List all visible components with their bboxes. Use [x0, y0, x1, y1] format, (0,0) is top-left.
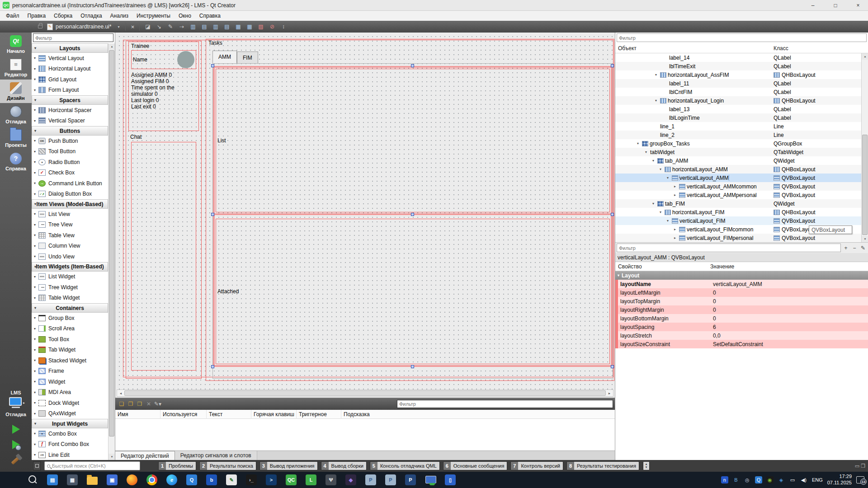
property-value[interactable]: 6 — [710, 324, 868, 330]
object-tree-row[interactable]: ▾ tab_FIM QWidget — [615, 199, 868, 208]
trainee-group-box[interactable]: Trainee Name Assigned AMM 0 — [128, 42, 199, 131]
scroll-up-icon[interactable]: ▴ — [862, 53, 868, 60]
menu-item[interactable]: Инструменты — [132, 11, 175, 21]
widget-box-row[interactable]: ▾ MDI Area — [32, 387, 108, 398]
widget-box-row[interactable]: ▾ Group Box — [32, 313, 108, 324]
widget-box-filter-input[interactable] — [33, 33, 113, 42]
expander-icon[interactable]: ▸ — [672, 236, 678, 240]
class-column-header[interactable]: Класс — [774, 45, 788, 52]
output-panel-button[interactable]: 6 Основные сообщения — [443, 461, 508, 470]
output-panel-button[interactable]: 5 Консоль отладчика QML — [370, 461, 440, 470]
value-column-header[interactable]: Значение — [710, 263, 734, 270]
widget-box-row[interactable]: ▾ Containers — [32, 303, 108, 313]
expander-icon[interactable]: ▾ — [653, 73, 659, 77]
object-tree-row[interactable]: ▾ tabWidget QTabWidget — [615, 148, 868, 156]
postgresql-icon[interactable]: P — [361, 472, 381, 488]
notepad-tray-icon[interactable]: n — [721, 476, 728, 483]
qt-creator-icon[interactable]: QC — [281, 472, 301, 488]
trainee-row[interactable]: Last login 0 — [131, 97, 196, 103]
mode-button[interactable]: Отладка — [0, 103, 32, 127]
firefox-icon[interactable] — [122, 472, 142, 488]
form-editor-canvas[interactable]: Trainee Name Assigned AMM 0 — [115, 33, 615, 398]
expander-icon[interactable]: ▾ — [653, 99, 659, 103]
horizontal-scrollbar[interactable]: ◂ ▸ — [117, 389, 613, 397]
bluetooth-icon[interactable]: B — [732, 476, 740, 483]
object-tree-row[interactable]: ▾ verticalLayout_FIM QVBoxLayout — [615, 216, 868, 225]
edit-signals-slots-icon[interactable]: ↘ — [154, 22, 164, 31]
object-tree-row[interactable]: label_13 QLabel — [615, 105, 868, 113]
widget-box-row[interactable]: ▾ Undo View — [32, 251, 108, 262]
scrollbar-thumb[interactable] — [109, 50, 114, 436]
mode-button[interactable]: Дизайн — [0, 80, 32, 103]
scroll-down-icon[interactable]: ▾ — [862, 236, 868, 242]
property-value[interactable]: SetDefaultConstraint — [710, 341, 868, 347]
widget-box-row[interactable]: ▾ Column View — [32, 241, 108, 252]
widget-box-row[interactable]: ▾ Item Widgets (Item-Based) — [32, 262, 108, 272]
object-tree-row[interactable]: ▾ horizontalLayout_Login QHBoxLayout — [615, 96, 868, 105]
property-value[interactable]: 0 — [710, 315, 868, 322]
nvidia-icon[interactable]: ◉ — [766, 476, 774, 483]
delete-action-icon[interactable]: ✕ — [144, 399, 153, 408]
maximize-button[interactable]: □ — [826, 0, 845, 10]
widget-box-row[interactable]: ▾ Layouts — [32, 43, 108, 53]
widget-box-row[interactable]: ▾ Widget — [32, 376, 108, 387]
notes-editor-icon[interactable]: ✎ — [222, 472, 241, 488]
selection-handle[interactable] — [411, 365, 414, 368]
close-button[interactable]: × — [848, 0, 868, 10]
column-header[interactable]: Используется — [160, 410, 207, 419]
selection-handle[interactable] — [211, 64, 214, 67]
expander-icon[interactable]: ▸ — [672, 193, 678, 197]
mode-button[interactable]: Qt Начало — [0, 33, 32, 56]
widget-box-row[interactable]: ▾ Tree View — [32, 220, 108, 230]
widget-box-row[interactable]: ▾ ✓✗ Dialog Button Box — [32, 189, 108, 200]
installer-disk-icon[interactable]: ▣ — [102, 472, 122, 488]
minimize-button[interactable]: – — [803, 0, 823, 10]
attached-region[interactable]: Attached — [216, 219, 610, 364]
mode-button[interactable]: Проекты — [0, 127, 32, 150]
bottom-tab[interactable]: Редактор действий — [115, 451, 175, 460]
property-value[interactable]: 0 — [710, 307, 868, 313]
object-tree-row[interactable]: ▸ verticalLayout_FIMpersonal QVBoxLayout — [615, 234, 868, 242]
widget-box-row[interactable]: ▾ Tool Button — [32, 146, 108, 157]
widget-box-row[interactable]: ▾ ▾ Combo Box — [32, 428, 108, 439]
expander-icon[interactable]: ▸ — [672, 184, 678, 188]
object-tree-row[interactable]: ▾ verticalLayout_AMM QVBoxLayout — [615, 174, 868, 182]
menu-item[interactable]: Отладка — [76, 11, 106, 21]
selection-handle[interactable] — [211, 213, 214, 216]
property-filter-input[interactable] — [617, 244, 841, 252]
configure-property-button[interactable]: ✎ — [859, 244, 867, 252]
widget-box-row[interactable]: ▾ Spacers — [32, 95, 108, 105]
column-header[interactable]: Имя — [115, 410, 160, 419]
widget-box-row[interactable]: ▾ Dock Widget — [32, 398, 108, 408]
widget-box-row[interactable]: ▾ Stacked Widget — [32, 355, 108, 366]
object-tree-row[interactable]: line_1 Line — [615, 122, 868, 131]
widget-box-row[interactable]: ▾ Scroll Area — [32, 324, 108, 334]
widget-box-row[interactable]: ▾ Item Views (Model-Based) — [32, 199, 108, 209]
widget-box-row[interactable]: ▾ List View — [32, 209, 108, 220]
widget-box-row[interactable]: ▾ Form Layout — [32, 85, 108, 96]
expander-icon[interactable]: ▾ — [665, 176, 670, 180]
selection-handle[interactable] — [611, 213, 614, 216]
object-tree-row[interactable]: ▾ horizontalLayout_AssFIM QHBoxLayout — [615, 70, 868, 79]
paste-action-icon[interactable]: ❒ — [135, 399, 144, 408]
volume-icon[interactable]: ◀) — [800, 476, 807, 483]
scroll-left-icon[interactable]: ◂ — [117, 390, 124, 396]
widget-box-row[interactable]: ▾ OK Push Button — [32, 136, 108, 146]
widget-box-row[interactable]: ▾ ● Radio Button — [32, 157, 108, 168]
scroll-right-icon[interactable]: ▸ — [606, 390, 613, 396]
steam-icon[interactable]: ◎ — [744, 476, 751, 483]
layout-grid-icon[interactable]: ▦ — [244, 22, 255, 31]
object-column-header[interactable]: Объект — [615, 45, 774, 52]
break-layout-icon[interactable]: ▧ — [255, 22, 266, 31]
menu-item[interactable]: Правка — [24, 11, 50, 21]
layout-vertically-icon[interactable]: ▤ — [199, 22, 209, 31]
output-panel-button[interactable]: 3 Вывод приложения — [259, 461, 318, 470]
object-tree-row[interactable]: ▾ horizontalLayout_AMM QHBoxLayout — [615, 165, 868, 174]
selection-handle[interactable] — [411, 213, 414, 216]
layout-horizontally-icon[interactable]: ▥ — [188, 22, 198, 31]
mode-button[interactable]: ≡ Редактор — [0, 56, 32, 80]
property-row[interactable]: layoutTopMargin 0 — [615, 297, 868, 305]
layout-form-icon[interactable]: ▦ — [233, 22, 243, 31]
property-row[interactable]: layoutName verticalLayout_AMM — [615, 280, 868, 288]
property-row[interactable]: layoutSpacing 6 — [615, 323, 868, 331]
